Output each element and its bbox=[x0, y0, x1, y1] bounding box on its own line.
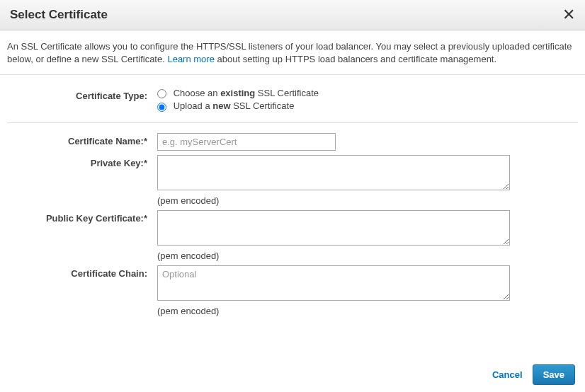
description-text: An SSL Certificate allows you to configu… bbox=[0, 30, 585, 75]
certificate-chain-textarea[interactable] bbox=[157, 265, 510, 301]
save-button[interactable]: Save bbox=[533, 364, 575, 385]
private-key-textarea[interactable] bbox=[157, 155, 510, 190]
radio-upload[interactable] bbox=[157, 103, 166, 112]
certificate-chain-label: Certificate Chain: bbox=[7, 265, 157, 316]
form-section: Certificate Type: Choose an existing SSL… bbox=[0, 75, 585, 316]
public-key-label: Public Key Certificate:* bbox=[7, 210, 157, 261]
learn-more-link[interactable]: Learn more bbox=[167, 54, 214, 64]
certificate-type-row: Certificate Type: Choose an existing SSL… bbox=[7, 82, 578, 122]
certificate-chain-hint: (pem encoded) bbox=[157, 306, 578, 316]
certificate-name-input[interactable] bbox=[157, 133, 336, 151]
option-upload[interactable]: Upload a new SSL Certificate bbox=[157, 100, 578, 111]
private-key-row: Private Key:* (pem encoded) bbox=[7, 151, 578, 206]
description-part2: about setting up HTTPS load balancers an… bbox=[217, 54, 497, 64]
option-upload-bold: new bbox=[212, 100, 230, 111]
dialog-footer: Cancel Save bbox=[492, 364, 575, 385]
option-upload-suffix: SSL Certificate bbox=[231, 100, 295, 111]
dialog-header: Select Certificate ✕ bbox=[0, 0, 585, 30]
public-key-textarea[interactable] bbox=[157, 210, 510, 246]
cancel-button[interactable]: Cancel bbox=[492, 369, 523, 380]
option-existing-prefix: Choose an bbox=[174, 88, 221, 98]
certificate-type-label: Certificate Type: bbox=[7, 88, 157, 113]
public-key-row: Public Key Certificate:* (pem encoded) bbox=[7, 206, 578, 261]
radio-existing[interactable] bbox=[157, 89, 166, 98]
certificate-name-label: Certificate Name:* bbox=[7, 133, 157, 151]
certificate-chain-row: Certificate Chain: (pem encoded) bbox=[7, 261, 578, 316]
option-existing-bold: existing bbox=[220, 88, 255, 98]
private-key-label: Private Key:* bbox=[7, 155, 157, 206]
option-existing[interactable]: Choose an existing SSL Certificate bbox=[157, 88, 578, 98]
certificate-type-options: Choose an existing SSL Certificate Uploa… bbox=[157, 88, 578, 113]
dialog-title: Select Certificate bbox=[10, 8, 108, 22]
certificate-name-row: Certificate Name:* bbox=[7, 123, 578, 151]
option-existing-suffix: SSL Certificate bbox=[255, 88, 319, 98]
close-icon[interactable]: ✕ bbox=[562, 7, 575, 23]
private-key-hint: (pem encoded) bbox=[157, 195, 578, 206]
option-upload-prefix: Upload a bbox=[174, 100, 213, 111]
public-key-hint: (pem encoded) bbox=[157, 250, 578, 261]
